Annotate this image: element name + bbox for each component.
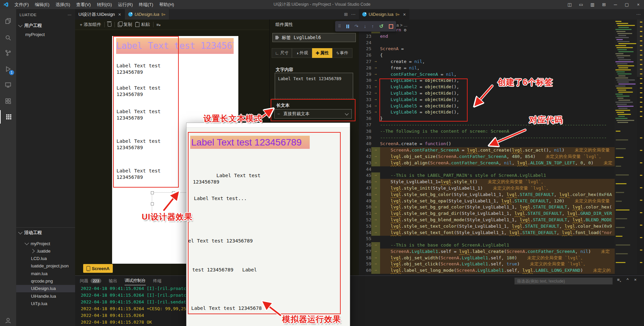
resize-handle[interactable] — [172, 191, 175, 194]
resize-handle[interactable] — [151, 191, 154, 194]
console-filter-input[interactable] — [514, 278, 613, 285]
window-minimize-button[interactable]: ─ — [610, 0, 621, 9]
prop-tab-size[interactable]: ∟尺寸 — [272, 48, 292, 58]
menu-item[interactable]: 文件(F) — [11, 2, 32, 7]
screen-a-button[interactable]: ScreenA — [83, 264, 113, 273]
add-component-button[interactable]: + 添加组件 — [80, 22, 101, 28]
prop-tab-events[interactable]: ϟ事件 — [332, 48, 352, 58]
luatide-view-icon[interactable] — [0, 110, 17, 124]
simulator-window: Label Text test 123456789 Label Text tes… — [186, 123, 350, 326]
panel-close-icon[interactable]: × — [634, 277, 637, 282]
menu-item[interactable]: 运行(R) — [115, 2, 136, 7]
code-line-33: 33→ LvglLabel4 = objectHide(), — [361, 97, 615, 103]
tree-item-myproject[interactable]: myProject — [16, 240, 84, 247]
more-actions-icon[interactable]: ⋯ — [68, 12, 72, 17]
code-line-57: 57→ ScreenA.LvglLabel1.self = lvgl.label… — [361, 249, 615, 255]
copy-button[interactable]: 复制 — [118, 22, 132, 28]
canvas-label-1-banner[interactable]: Label Text test 123456789 — [116, 38, 234, 54]
search-icon[interactable] — [0, 31, 16, 44]
remote-explorer-icon[interactable] — [0, 78, 16, 92]
canvas-label-4[interactable]: Label Text test 123456789 — [116, 108, 161, 121]
long-text-label: 长文本 — [276, 102, 290, 108]
prop-tab-appearance[interactable]: ◑外观 — [292, 48, 312, 58]
panel-tab-调试控制台[interactable]: 调试控制台 — [125, 276, 146, 285]
plus-icon: + — [80, 22, 82, 27]
sim-label-5: test 123456789 Label — [192, 267, 257, 273]
debug-step-into-button[interactable]: ↓ — [364, 24, 366, 29]
annotation-simulator-effect: 模拟器运行效果 — [282, 314, 341, 325]
tree-section-header[interactable]: 活动工程 — [16, 229, 78, 236]
menu-item[interactable]: 终端(T) — [136, 2, 156, 7]
sim-label-3: Label Text test... — [194, 195, 247, 202]
account-icon[interactable] — [0, 314, 16, 326]
menu-item[interactable]: 查看(V) — [73, 2, 94, 7]
run-debug-icon[interactable]: 1 — [0, 62, 16, 76]
sim-label-6: Label Text test 12345678 — [191, 305, 262, 312]
long-text-mode-select[interactable]: − 直接剪裁文本 — [274, 109, 352, 119]
layout-sidebar-icon[interactable]: ◫ — [564, 0, 575, 9]
drag-grip-icon[interactable]: ⠿ — [338, 24, 341, 29]
canvas-label-5[interactable]: Label Text test 123456789 — [116, 138, 161, 151]
layout-custom-icon[interactable]: ⊞ — [598, 0, 610, 9]
code-line-50: 50→ lvgl.style_set_bg_grad_color(Style_L… — [361, 204, 615, 210]
annotation-corresponding-code: 对应代码 — [529, 115, 563, 125]
resize-handle[interactable] — [151, 202, 154, 205]
code-editor-group: UiDesign.lua 9+ × ⋯ ua > ... 22 return o… — [359, 9, 644, 275]
panel-tab-问题[interactable]: 问题223 — [80, 277, 101, 285]
tab-close-icon[interactable]: × — [403, 12, 406, 17]
log-line: 2022-04-18 09:41:15.0264 [I]-[ril.proatc — [81, 285, 640, 292]
tab-uidesign-lua[interactable]: UiDesign.lua 9+ × — [359, 9, 409, 20]
split-editor-icon[interactable]: ⊞ — [344, 12, 348, 17]
longtext-annotation-redbox: 长文本 − 直接剪裁文本 — [271, 99, 355, 121]
prop-tab-attributes[interactable]: ✚属性 — [312, 48, 332, 58]
canvas-label-3[interactable]: Label Text test 123456789 — [116, 85, 161, 98]
debug-stop-button[interactable] — [389, 24, 393, 29]
tab-close-icon[interactable]: × — [118, 12, 121, 17]
tree-section-header[interactable]: 用户工程 — [16, 22, 78, 29]
menu-item[interactable]: 选择(S) — [53, 2, 73, 7]
phone-icon — [87, 266, 90, 271]
canvas-label-2[interactable]: Label Text test 123456789 — [116, 63, 161, 75]
paste-button[interactable]: 粘贴 — [135, 22, 150, 28]
filter-clear-icon[interactable]: ≡× — [617, 277, 621, 282]
tab-uidesign-lua-preview[interactable]: UiDesign.lua 9+ — [125, 9, 169, 20]
tab-ui-designer[interactable]: UI设计器:UiDesign × — [75, 9, 125, 20]
chevron-down-icon — [18, 230, 23, 234]
component-selector[interactable]: 标签 LvglLabel6 — [272, 33, 356, 42]
debug-step-over-button[interactable]: ↷ — [354, 24, 359, 29]
debug-pause-button[interactable] — [346, 25, 349, 28]
debug-restart-button[interactable]: ↺ — [379, 23, 384, 29]
canvas-label-6[interactable]: Label Text test 123456789 — [116, 168, 161, 181]
list-menu-icon[interactable]: ≡▾ — [157, 22, 161, 27]
explorer-icon[interactable] — [0, 14, 16, 28]
code-line-41: 41→ ScreenA.contFather_ScreenA = lvgl.co… — [361, 147, 615, 154]
menu-item[interactable]: 转到(G) — [94, 2, 115, 7]
palette-icon: ◑ — [296, 51, 299, 56]
menu-item[interactable]: 编辑(E) — [32, 2, 53, 7]
debug-badge: 1 — [9, 70, 14, 75]
panel-tab-输出[interactable]: 输出 — [109, 277, 117, 285]
editor-more-actions-icon[interactable]: ⋯ — [351, 12, 355, 17]
window-maximize-button[interactable]: ▢ — [621, 0, 633, 9]
extensions-icon[interactable] — [0, 94, 16, 108]
panel-maximize-icon[interactable]: ^ — [626, 277, 629, 282]
layout-grid-icon[interactable]: ▥ — [587, 0, 598, 9]
code-editor[interactable]: 22 return o23end2425ScreenA =26{27→ crea… — [361, 27, 615, 275]
window-close-button[interactable]: × — [633, 0, 644, 9]
tree-item-myproject[interactable]: myProject — [16, 31, 84, 38]
simulator-annotation-redbox: Label Text test 123456789 Label Text tes… — [188, 132, 341, 314]
editor-more-actions-icon[interactable]: ⋯ — [636, 12, 641, 17]
code-line-52: 52→ lvgl.style_set_bg_blend_mode(Style_L… — [361, 217, 615, 223]
delete-component-icon[interactable] — [108, 23, 111, 27]
layout-panel-icon[interactable]: ▭ — [575, 0, 587, 9]
text-content-input[interactable] — [275, 73, 353, 99]
menu-item[interactable]: 帮助(H) — [156, 2, 177, 7]
debug-step-out-button[interactable]: ↑ — [372, 24, 374, 29]
vscode-window: 文件(F)编辑(E)选择(S)查看(V)转到(G)运行(R)终端(T)帮助(H)… — [0, 0, 644, 326]
panel-tab-终端[interactable]: 终端 — [153, 277, 162, 285]
code-line-42: 42→ lvgl.obj_set_size(ScreenA.contFather… — [361, 154, 615, 160]
code-line-51: 51→ lvgl.style_set_bg_grad_dir(Style_Lvg… — [361, 210, 615, 217]
minimap[interactable] — [615, 20, 637, 274]
source-control-icon[interactable] — [0, 46, 16, 60]
active-project-tree: 活动工程myProject.luatideLCD.lualuatide_proj… — [16, 227, 75, 228]
